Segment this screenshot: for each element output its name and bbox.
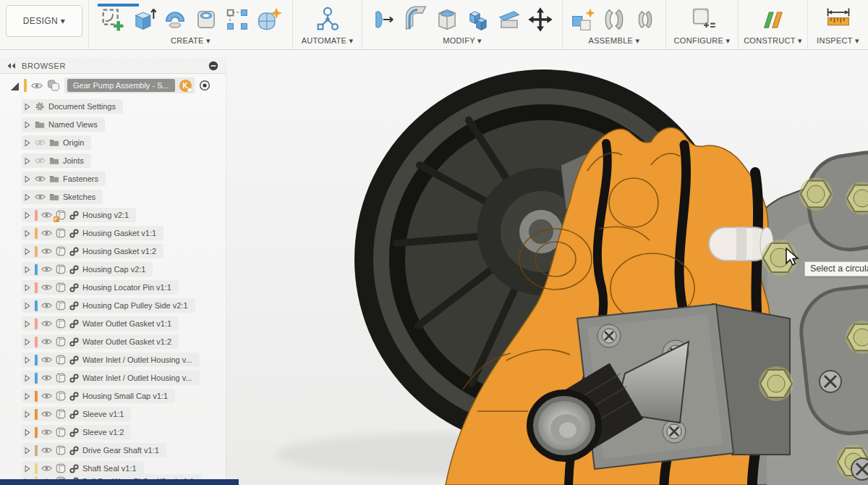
browser-row-folder[interactable]: Named Views <box>22 117 226 132</box>
visibility-eye-icon[interactable] <box>41 266 52 273</box>
browser-row-part[interactable]: Sleeve v1:1 <box>22 407 226 421</box>
expand-arrow-icon[interactable] <box>23 284 31 292</box>
expand-arrow-icon[interactable] <box>23 266 31 274</box>
assemble-menu-button[interactable]: ASSEMBLE ▾ <box>589 36 640 46</box>
browser-row-folder[interactable]: Sketches <box>22 190 226 204</box>
expand-arrow-icon[interactable] <box>23 139 31 147</box>
expand-arrow-icon[interactable] <box>23 447 31 455</box>
automate-menu-button[interactable]: AUTOMATE ▾ <box>302 36 354 46</box>
visibility-eye-icon[interactable] <box>41 392 52 400</box>
shell-icon[interactable] <box>433 5 461 34</box>
visibility-eye-icon[interactable] <box>41 229 52 237</box>
visibility-eye-icon[interactable] <box>41 410 52 418</box>
measure-icon[interactable] <box>824 5 853 34</box>
expand-arrow-icon[interactable] <box>23 229 31 237</box>
activate-component-radio[interactable] <box>199 80 210 91</box>
modify-menu-button[interactable]: MODIFY ▾ <box>443 36 482 46</box>
browser-row-folder[interactable]: Fasteners <box>22 172 226 186</box>
expand-arrow-icon[interactable] <box>23 429 31 436</box>
expand-arrow-icon[interactable] <box>23 121 31 129</box>
visibility-eye-icon[interactable] <box>41 429 52 436</box>
root-document-label[interactable]: Gear Pump Assembly - S... <box>67 79 175 92</box>
browser-row-part[interactable]: Housing Gasket v1:2 <box>22 244 226 258</box>
visibility-eye-icon[interactable] <box>31 82 43 90</box>
visibility-eye-icon[interactable] <box>41 338 52 345</box>
expand-arrow-icon[interactable] <box>23 392 31 400</box>
expand-arrow-icon[interactable] <box>23 465 31 473</box>
browser-row-part[interactable]: Housing Gasket v1:1 <box>22 226 226 240</box>
visibility-eye-icon[interactable] <box>35 157 46 164</box>
split-body-icon[interactable] <box>495 5 524 34</box>
remove-panel-icon[interactable] <box>208 61 218 71</box>
browser-row-part[interactable]: Water Inlet / Outlet Housing v... <box>22 371 226 385</box>
expand-arrow-icon[interactable] <box>23 320 31 328</box>
browser-row-part[interactable]: Water Inlet / Outlet Housing v... <box>22 353 226 367</box>
visibility-eye-icon[interactable] <box>41 211 52 219</box>
press-pull-icon[interactable] <box>370 5 399 34</box>
configure-menu-button[interactable]: CONFIGURE ▾ <box>674 36 731 46</box>
create-menu-button[interactable]: CREATE ▾ <box>171 36 210 46</box>
hole-icon[interactable] <box>192 5 221 34</box>
workspace-selector-button[interactable]: DESIGN ▾ <box>6 5 82 37</box>
browser-row-folder[interactable]: Document Settings <box>22 99 226 114</box>
visibility-eye-icon[interactable] <box>35 139 46 146</box>
browser-row-part[interactable]: Water Outlet Gasket v1:2 <box>22 334 226 349</box>
joint-icon[interactable] <box>600 5 629 34</box>
new-component-icon[interactable] <box>569 5 597 34</box>
root-expander-icon[interactable] <box>9 80 20 91</box>
selection-tooltip: Select a circular <box>804 261 868 277</box>
browser-row-folder[interactable]: Joints <box>22 153 226 168</box>
browser-row-folder[interactable]: Origin <box>22 135 226 150</box>
browser-row-part[interactable]: Housing Small Cap v1:1 <box>22 389 226 403</box>
browser-row-part[interactable]: Housing Locator Pin v1:1 <box>22 280 226 295</box>
visibility-eye-icon[interactable] <box>41 320 52 327</box>
combine-icon[interactable] <box>464 5 493 34</box>
browser-root-row[interactable]: Gear Pump Assembly - S... K <box>9 76 226 95</box>
visibility-eye-icon[interactable] <box>41 248 52 255</box>
expand-arrow-icon[interactable] <box>23 356 31 364</box>
construct-menu-button[interactable]: CONSTRUCT ▾ <box>744 36 802 46</box>
browser-row-part[interactable]: Sleeve v1:2 <box>22 425 226 439</box>
browser-row-part[interactable]: Housing Cap Pulley Side v2:1 <box>22 298 226 313</box>
move-copy-icon[interactable] <box>526 5 555 34</box>
visibility-eye-icon[interactable] <box>35 193 46 201</box>
visibility-eye-icon[interactable] <box>35 175 46 182</box>
expand-arrow-icon[interactable] <box>23 410 31 418</box>
visibility-eye-icon[interactable] <box>41 356 52 363</box>
inspect-menu-button[interactable]: INSPECT ▾ <box>817 36 859 46</box>
expand-arrow-icon[interactable] <box>23 338 31 346</box>
configure-icon[interactable] <box>688 5 717 34</box>
browser-row-part[interactable]: Housing Cap v2:1 <box>22 262 226 277</box>
create-form-icon[interactable] <box>254 5 283 34</box>
expand-arrow-icon[interactable] <box>23 374 31 382</box>
create-sketch-icon[interactable] <box>98 5 127 34</box>
expand-arrow-icon[interactable] <box>23 211 31 219</box>
expand-arrow-icon[interactable] <box>23 103 31 111</box>
extrude-icon[interactable] <box>129 5 158 34</box>
row-label: Shaft Seal v1:1 <box>82 464 137 473</box>
visibility-eye-icon[interactable] <box>41 284 52 291</box>
row-label: Named Views <box>48 120 98 129</box>
body-icon <box>56 373 66 383</box>
fillet-icon[interactable] <box>401 5 430 34</box>
visibility-eye-icon[interactable] <box>41 374 52 381</box>
browser-row-part[interactable]: Housing v2:1 <box>22 208 226 222</box>
expand-arrow-icon[interactable] <box>23 248 31 256</box>
revolve-icon[interactable] <box>161 5 190 34</box>
expand-arrow-icon[interactable] <box>23 302 31 310</box>
visibility-eye-icon[interactable] <box>41 465 52 472</box>
row-label: Joints <box>63 156 84 165</box>
expand-arrow-icon[interactable] <box>23 157 31 165</box>
visibility-eye-icon[interactable] <box>41 302 52 309</box>
browser-row-part[interactable]: Drive Gear Shaft v1:1 <box>22 443 226 457</box>
collapse-panel-icon[interactable] <box>7 62 16 69</box>
construct-plane-icon[interactable] <box>759 5 788 34</box>
visibility-eye-icon[interactable] <box>41 447 52 454</box>
expand-arrow-icon[interactable] <box>23 193 31 201</box>
rectangular-pattern-icon[interactable] <box>223 5 252 34</box>
expand-arrow-icon[interactable] <box>23 175 31 183</box>
as-built-joint-icon[interactable] <box>631 5 660 34</box>
automate-icon[interactable] <box>313 5 342 34</box>
browser-row-part[interactable]: Water Outlet Gasket v1:1 <box>22 316 226 331</box>
browser-row-part[interactable]: Shaft Seal v1:1 <box>22 461 226 476</box>
